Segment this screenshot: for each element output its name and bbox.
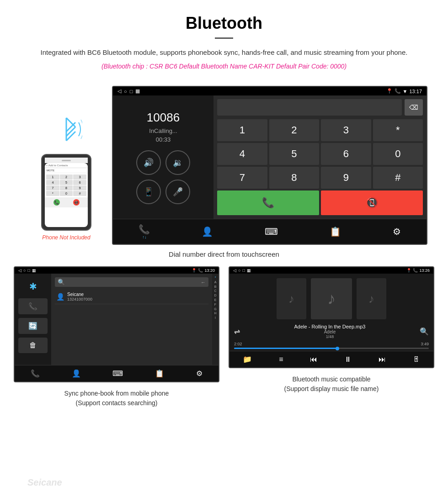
music-back-icon: ◁	[233, 268, 236, 273]
pb-status-right: 📍 📞 13:20	[192, 268, 215, 273]
dial-key-3[interactable]: 3	[321, 119, 371, 141]
music-location-icon: 📍	[406, 268, 411, 273]
nav-settings-icon[interactable]: ⚙	[393, 226, 401, 237]
pb-nav-transfer[interactable]: 📋	[155, 369, 164, 378]
music-eq-icon[interactable]: 🎚	[413, 355, 420, 364]
pb-nav-phone[interactable]: 📞	[31, 369, 40, 378]
nav-dialpad-icon[interactable]: ⌨	[265, 226, 278, 237]
pb-alphabet-list: * A B C D E F G H I	[212, 274, 219, 365]
phonebook-status-bar: ◁ ○ □ ▦ 📍 📞 13:20	[15, 267, 219, 274]
dialpad-key: 1	[46, 174, 59, 180]
dial-key-star[interactable]: *	[373, 119, 423, 141]
pb-time: 13:20	[204, 268, 215, 273]
nav-phone-icon[interactable]: 📞↑↓	[139, 224, 150, 239]
pb-contact-name: Seicane	[67, 292, 92, 297]
music-track-info: Adele - Rolling In the Deep.mp3 Adele 1/…	[294, 324, 366, 339]
pb-contact-item[interactable]: 👤 Seicane 13241007000	[55, 290, 208, 304]
home-icon: ○	[124, 89, 127, 94]
pb-contact-details: Seicane 13241007000	[67, 292, 92, 301]
svg-line-0	[66, 118, 75, 127]
status-right: 📍 📞 ▼ 13:17	[386, 88, 422, 94]
music-prev-icon[interactable]: ⏮	[310, 355, 317, 364]
pb-delete-icon-btn[interactable]: 🗑	[18, 338, 48, 353]
mute-btn[interactable]: 🎤	[165, 180, 190, 204]
dialpad-key: 0	[60, 191, 73, 196]
bluetooth-symbol-icon	[50, 113, 82, 145]
alpha-c: C	[214, 289, 216, 293]
dialpad-key: 3	[73, 174, 86, 180]
nav-contacts-icon[interactable]: 👤	[202, 226, 213, 237]
wifi-icon: ▼	[403, 89, 408, 94]
pb-nav-settings[interactable]: ⚙	[196, 369, 203, 378]
main-car-screen: ◁ ○ □ ▦ 📍 📞 ▼ 13:17	[112, 86, 427, 245]
alpha-i: I	[215, 316, 216, 320]
music-album-art-main: ♪	[311, 278, 352, 319]
music-time-total: 3:49	[421, 342, 429, 346]
phonebook-car-frame: ◁ ○ □ ▦ 📍 📞 13:20 ✱ 📞	[14, 266, 219, 382]
music-notif-icon: ▦	[247, 268, 251, 273]
dialpad-panel: ⌫ 1 2 3 * 4 5 6 0	[213, 95, 427, 219]
phonebook-screen-item: ◁ ○ □ ▦ 📍 📞 13:20 ✱ 📞	[14, 266, 219, 408]
alpha-g: G	[214, 307, 216, 312]
volume-down-btn[interactable]: 🔉	[165, 150, 190, 175]
music-next-icon[interactable]: ⏭	[379, 355, 386, 364]
alpha-b: B	[214, 285, 217, 289]
description-text: Integrated with BC6 Bluetooth module, su…	[27, 47, 421, 58]
dial-key-5[interactable]: 5	[269, 143, 320, 165]
music-album-art-left: ♪	[277, 278, 306, 319]
dial-key-hash[interactable]: #	[373, 167, 423, 189]
phone-not-included-label: Phone Not Included	[42, 234, 90, 241]
transfer-btn[interactable]: 📱	[136, 180, 161, 204]
pb-call-icon-btn[interactable]: 📞	[18, 298, 48, 314]
alpha-star: *	[215, 275, 216, 280]
pb-notif-icon: ▦	[32, 268, 36, 273]
nav-transfer-icon[interactable]: 📋	[330, 226, 341, 237]
music-shuffle-icon[interactable]: ⇌	[234, 327, 240, 336]
dial-key-0[interactable]: 0	[373, 143, 423, 165]
music-status-right: 📍 📞 13:26	[406, 268, 430, 273]
dial-key-4[interactable]: 4	[217, 143, 267, 165]
pb-nav-contacts[interactable]: 👤	[72, 369, 81, 378]
pb-search-row: 🔍 ←	[55, 277, 208, 287]
music-screen: ♪ ♪ ♪ ⇌ Adele - Rolling In the Deep.mp3 …	[229, 274, 433, 367]
volume-up-btn[interactable]: 🔊	[136, 150, 161, 175]
phonebook-caption-line1: Sync phone-book from mobile phone	[64, 390, 169, 397]
music-progress-bar[interactable]	[234, 348, 429, 349]
music-folder-icon[interactable]: 📁	[243, 355, 252, 364]
music-progress-area: 2:02 3:49	[229, 342, 433, 351]
music-play-icon[interactable]: ⏸	[344, 355, 352, 364]
status-time: 13:17	[409, 89, 422, 94]
music-search-icon[interactable]: 🔍	[420, 327, 429, 336]
phone-dialpad: 1 2 3 4 5 6 7 8 9 * 0 #	[45, 173, 88, 197]
dial-key-7[interactable]: 7	[217, 167, 267, 189]
music-list-icon[interactable]: ≡	[279, 355, 283, 364]
pb-search-input[interactable]	[67, 280, 201, 285]
call-timer: 00:33	[156, 136, 171, 143]
pb-status-left: ◁ ○ □ ▦	[18, 268, 36, 273]
dialpad-input-box[interactable]	[217, 99, 402, 116]
dial-key-2[interactable]: 2	[269, 119, 320, 141]
title-divider	[215, 37, 233, 39]
music-call-icon: 📞	[413, 268, 418, 273]
specs-text: (Bluetooth chip : CSR BC6 Default Blueto…	[27, 63, 421, 70]
dialpad-delete-btn[interactable]: ⌫	[405, 99, 423, 116]
music-info-row: ⇌ Adele - Rolling In the Deep.mp3 Adele …	[229, 324, 433, 342]
dial-caption: Dial number direct from touchscreen	[0, 245, 448, 266]
car-status-bar: ◁ ○ □ ▦ 📍 📞 ▼ 13:17	[113, 87, 427, 95]
music-track-name: Adele - Rolling In the Deep.mp3	[294, 324, 366, 329]
dial-key-1[interactable]: 1	[217, 119, 267, 141]
music-time-row: 2:02 3:49	[234, 342, 429, 346]
dial-key-9[interactable]: 9	[321, 167, 371, 189]
phonebook-screen: ✱ 📞 🔄 🗑 🔍 ←	[15, 274, 219, 365]
alpha-d: D	[214, 293, 216, 298]
call-end-btn[interactable]: 📵	[321, 190, 423, 215]
location-icon: 📍	[386, 88, 393, 94]
dial-key-8[interactable]: 8	[269, 167, 320, 189]
music-home-icon: ○	[238, 268, 240, 273]
phone-add-contact-label: + Add to Contacts	[45, 163, 88, 168]
call-answer-btn[interactable]: 📞	[217, 190, 319, 215]
pb-nav-dialpad[interactable]: ⌨	[112, 369, 123, 378]
pb-sync-icon-btn[interactable]: 🔄	[18, 318, 48, 334]
dial-key-6[interactable]: 6	[321, 143, 371, 165]
music-status-left: ◁ ○ □ ▦	[233, 268, 251, 273]
